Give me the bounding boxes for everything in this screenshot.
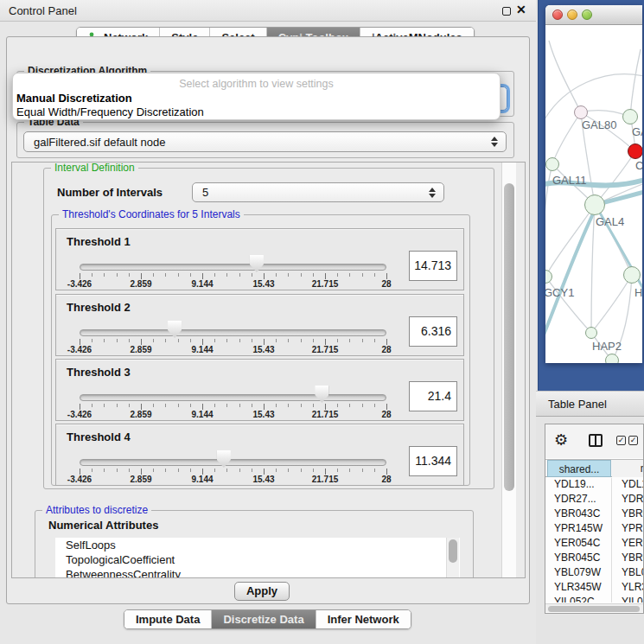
table-data-value: galFiltered.sif default node bbox=[34, 136, 165, 149]
slider-tick-labels: -3.4262.8599.14415.4321.71528 bbox=[80, 475, 386, 485]
apply-button[interactable]: Apply bbox=[234, 582, 290, 601]
algorithm-option[interactable]: Manual Discretization bbox=[16, 92, 132, 105]
cell-name: YBR0 bbox=[622, 507, 644, 520]
threshold-value-field[interactable]: 14.713 bbox=[409, 251, 457, 281]
network-window-titlebar bbox=[545, 5, 642, 25]
cell-name: YPR1 bbox=[622, 522, 644, 534]
minimize-traffic-light-icon[interactable] bbox=[567, 10, 577, 20]
network-node-green[interactable] bbox=[605, 354, 619, 363]
network-node-green[interactable] bbox=[545, 157, 559, 171]
table-panel-title: Table Panel bbox=[548, 398, 607, 411]
tab-infer-network[interactable]: Infer Network bbox=[316, 610, 411, 628]
close-traffic-light-icon[interactable] bbox=[552, 10, 563, 20]
slider-tick-labels: -3.4262.8599.14415.4321.71528 bbox=[80, 279, 386, 290]
cell-name: YER0 bbox=[622, 537, 644, 549]
slider-track[interactable] bbox=[80, 329, 386, 336]
table-row[interactable]: YDR27...YDR2 bbox=[545, 493, 644, 507]
settings-vertical-scrollbar[interactable] bbox=[501, 163, 516, 577]
control-panel: Control Panel ✕ NetworkStyleSelectCyni T… bbox=[0, 0, 536, 644]
table-row[interactable]: YBL079WYBL0 bbox=[545, 566, 644, 581]
network-canvas[interactable]: GAL80GACGAL11GAL4GCY1HHAP2 bbox=[545, 25, 642, 363]
combo-stepper-icon bbox=[491, 137, 498, 147]
tab-label: Discretize Data bbox=[223, 613, 303, 626]
tab-discretize-data[interactable]: Discretize Data bbox=[211, 610, 315, 628]
split-view-icon[interactable] bbox=[589, 434, 603, 447]
attributes-scrollbar[interactable] bbox=[446, 538, 459, 578]
checkbox-icon[interactable]: ✓ bbox=[616, 436, 626, 445]
slider-tick-labels: -3.4262.8599.14415.4321.71528 bbox=[80, 345, 386, 355]
float-window-icon[interactable] bbox=[502, 7, 511, 16]
table-header-row: shared... na bbox=[545, 459, 644, 477]
numerical-attributes-list[interactable]: SelfLoopsTopologicalCoefficientBetweenne… bbox=[55, 538, 460, 578]
cyni-toolbox-panel: Discretization Algorithm Select algorith… bbox=[6, 36, 530, 604]
cell-name: YBL0 bbox=[622, 566, 644, 578]
interval-definition-title: Interval Definition bbox=[51, 162, 138, 174]
cell-name: YIL0 bbox=[622, 596, 643, 603]
attribute-list-item[interactable]: BetweennessCentrality bbox=[55, 567, 460, 578]
algorithm-option[interactable]: Equal Width/Frequency Discretization bbox=[16, 105, 204, 118]
tab-impute-data[interactable]: Impute Data bbox=[124, 610, 211, 628]
cell-shared-name: YBR045C bbox=[554, 552, 600, 564]
cell-shared-name: YER054C bbox=[554, 537, 600, 549]
cell-name: YLR3 bbox=[622, 581, 644, 593]
control-panel-titlebar: Control Panel ✕ bbox=[0, 0, 536, 22]
cell-shared-name: YBR043C bbox=[554, 507, 600, 520]
tab-label: Infer Network bbox=[328, 613, 399, 626]
cell-shared-name: YDL19... bbox=[554, 478, 595, 490]
table-panel-header: Table Panel bbox=[536, 391, 644, 417]
threshold-label: Threshold 3 bbox=[67, 366, 131, 379]
table-row[interactable]: YDL19...YDL1 bbox=[545, 478, 644, 493]
cell-shared-name: YIL052C bbox=[554, 596, 595, 603]
attribute-list-item[interactable]: SelfLoops bbox=[55, 538, 460, 552]
network-node-green[interactable] bbox=[585, 327, 597, 339]
settings-scrollpane: Interval Definition Number of Intervals … bbox=[11, 162, 526, 578]
attribute-list-item[interactable]: TopologicalCoefficient bbox=[55, 552, 460, 567]
column-header-name[interactable]: na bbox=[612, 460, 644, 477]
network-node-green[interactable] bbox=[584, 194, 605, 215]
threshold-value-field[interactable]: 6.316 bbox=[409, 316, 457, 347]
threshold-value-field[interactable]: 11.344 bbox=[409, 446, 457, 476]
table-row[interactable]: YIL052CYIL0 bbox=[545, 596, 644, 603]
bottom-tab-bar: Impute DataDiscretize DataInfer Network bbox=[124, 609, 411, 629]
table-row[interactable]: YBR045CYBR0 bbox=[545, 552, 644, 566]
table-data-combobox[interactable]: galFiltered.sif default node bbox=[23, 131, 507, 152]
network-view-window: GAL80GACGAL11GAL4GCY1HHAP2 bbox=[545, 5, 642, 363]
node-label: GA bbox=[632, 125, 642, 138]
numerical-attributes-label: Numerical Attributes bbox=[48, 519, 158, 532]
node-table: ⚙ ✓ ✓ shared... na YDL19...YDL1YDR27...Y… bbox=[545, 424, 644, 614]
right-panel: GAL80GACGAL11GAL4GCY1HHAP2 Table Panel ⚙… bbox=[536, 0, 644, 644]
node-label: GAL4 bbox=[596, 215, 624, 228]
threshold-value-field[interactable]: 21.4 bbox=[409, 381, 457, 411]
table-row[interactable]: YBR043CYBR0 bbox=[545, 507, 644, 522]
threshold-panel: Threshold 1-3.4262.8599.14415.4321.71528… bbox=[55, 228, 464, 290]
tab-label: Impute Data bbox=[136, 613, 200, 626]
close-icon[interactable]: ✕ bbox=[516, 3, 526, 16]
threshold-label: Threshold 2 bbox=[67, 301, 131, 314]
gear-icon[interactable]: ⚙ bbox=[554, 430, 568, 450]
slider-track[interactable] bbox=[80, 459, 386, 466]
checkbox-icon[interactable]: ✓ bbox=[628, 436, 638, 445]
table-row[interactable]: YLR345WYLR3 bbox=[545, 581, 644, 596]
column-divider bbox=[611, 478, 612, 603]
cell-name: YDL1 bbox=[622, 478, 644, 490]
network-node-red[interactable] bbox=[628, 143, 642, 159]
combo-stepper-icon bbox=[429, 188, 436, 198]
table-row[interactable]: YPR145WYPR1 bbox=[545, 522, 644, 537]
network-node-green[interactable] bbox=[623, 266, 641, 284]
network-node-green[interactable] bbox=[622, 109, 638, 124]
zoom-traffic-light-icon[interactable] bbox=[582, 10, 592, 20]
cell-shared-name: YBL079W bbox=[554, 566, 601, 578]
num-intervals-combobox[interactable]: 5 bbox=[192, 182, 444, 202]
scrollbar-thumb[interactable] bbox=[504, 183, 514, 491]
table-row[interactable]: YER054CYER0 bbox=[545, 537, 644, 552]
num-intervals-label: Number of Intervals bbox=[57, 186, 163, 199]
cell-name: YBR0 bbox=[622, 552, 644, 564]
scrollbar-thumb[interactable] bbox=[548, 606, 640, 612]
slider-track[interactable] bbox=[80, 394, 386, 401]
slider-track[interactable] bbox=[80, 264, 386, 271]
network-node-pink[interactable] bbox=[574, 105, 588, 119]
threshold-panel: Threshold 3-3.4262.8599.14415.4321.71528… bbox=[55, 359, 464, 421]
attributes-group-title: Attributes to discretize bbox=[42, 504, 151, 516]
table-horizontal-scrollbar[interactable] bbox=[545, 603, 644, 612]
column-header-shared-name[interactable]: shared... bbox=[547, 460, 611, 477]
